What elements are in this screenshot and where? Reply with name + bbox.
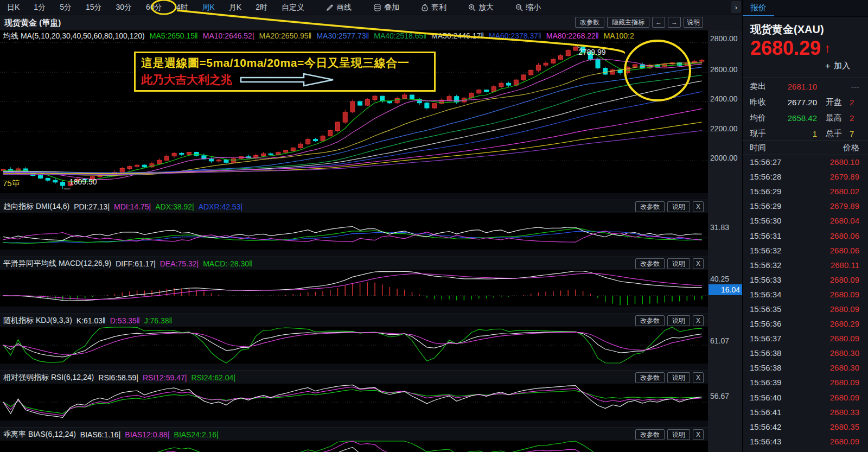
panel-value: K:61.03‖: [76, 316, 106, 325]
panel-button-改参数[interactable]: 改参数: [635, 372, 665, 383]
dmi-axis-value: 31.83: [710, 223, 729, 232]
panel-button-说明[interactable]: 说明: [667, 201, 690, 212]
tape-row: 15:56:422680.35: [742, 419, 868, 434]
tape-row: 15:56:292679.89: [742, 199, 868, 213]
panel-button-说明[interactable]: 说明: [667, 258, 690, 269]
panel-value: BIAS24:2.16|: [174, 430, 219, 439]
last-price: 2680.29 ↑: [743, 37, 868, 59]
tape-row: 15:56:402680.09: [742, 390, 868, 405]
chart-button-隐藏主指标[interactable]: 隐藏主指标: [607, 17, 649, 28]
axis-label: 2200.00: [710, 124, 738, 133]
tape-header-price: 价格: [843, 143, 868, 153]
axis-label: 2000.00: [710, 154, 738, 162]
annotation-box: 這是週線圖=5ma/10ma/20ma=今日又呈現三線合一 此乃大吉大利之兆: [134, 52, 436, 92]
tab-quote[interactable]: 报价: [743, 0, 774, 16]
tool-套利[interactable]: 套利: [414, 1, 454, 15]
arbitrage-icon: [421, 4, 429, 11]
ma-legend-prefix: 均线 MA(5,10,20,30,40,50,60,80,100,120): [3, 31, 145, 40]
timeframe-15分[interactable]: 15分: [79, 1, 109, 15]
panel-value: RSI24:62.04|: [191, 373, 235, 382]
chart-button-说明[interactable]: 说明: [684, 17, 703, 28]
zoom-in-icon: [468, 4, 476, 11]
ma-legend-item: MA30:2577.73‖: [316, 31, 369, 40]
panel-header-3: 相对强弱指标 RSI(6,12,24)RSI6:58.59|RSI12:59.4…: [0, 371, 708, 384]
panel-plot-4[interactable]: [0, 441, 708, 452]
panel-button-改参数[interactable]: 改参数: [635, 258, 665, 269]
ma-legend-item: MA50:2446.17‖: [431, 31, 484, 40]
panel-value: ADXR:42.53|: [199, 202, 242, 211]
panel-button-说明[interactable]: 说明: [667, 315, 690, 326]
tool-画线[interactable]: 画线: [319, 1, 359, 15]
panel-value: DEA:75.32|: [160, 259, 199, 268]
ma-legend-item: MA5:2650.15‖: [150, 31, 198, 40]
panel-title: 平滑异同平均线 MACD(12,26,9): [3, 259, 111, 269]
quote-row-现手: 现手1总手7: [742, 126, 868, 142]
tool-放大[interactable]: 放大: [461, 1, 501, 15]
tape-row: 15:56:322680.11: [742, 258, 868, 272]
panel-button-说明[interactable]: 说明: [667, 372, 690, 383]
ma-legend: 均线 MA(5,10,20,30,40,50,60,80,100,120)MA5…: [0, 30, 711, 41]
panel-button-改参数[interactable]: 改参数: [635, 315, 665, 326]
panel-button-X[interactable]: X: [693, 258, 704, 269]
panel-button-说明[interactable]: 说明: [667, 429, 690, 440]
trading-app: 日K1分5分15分30分60分4时周K月K2时自定义画线叠加套利放大缩小 › 现…: [0, 0, 868, 452]
panel-value: MDI:14.75|: [114, 202, 151, 211]
axis-label: 2800.00: [710, 34, 738, 43]
tool-叠加[interactable]: 叠加: [366, 1, 406, 15]
timeframe-5分[interactable]: 5分: [53, 1, 79, 15]
annotation-line2: 此乃大吉大利之兆: [141, 72, 232, 87]
ma-legend-item: MA40:2518.65‖: [374, 31, 426, 40]
timeframe-周K[interactable]: 周K: [195, 1, 221, 15]
panel-plot-0[interactable]: [0, 213, 708, 250]
timeframe-4时[interactable]: 4时: [169, 1, 195, 15]
zoom-out-icon: [515, 4, 523, 11]
panel-button-改参数[interactable]: 改参数: [635, 201, 665, 212]
panel-button-X[interactable]: X: [693, 372, 704, 383]
chart-button-→[interactable]: →: [668, 17, 681, 28]
timeframe-60分[interactable]: 60分: [139, 1, 169, 15]
time-price-tape[interactable]: 15:56:272680.1015:56:282679.8915:56:2926…: [742, 155, 868, 452]
timeframe-自定义[interactable]: 自定义: [275, 1, 311, 15]
panel-plot-1[interactable]: [0, 270, 708, 307]
quote-row-均价: 均价2658.42最高2: [742, 110, 868, 126]
collapse-arrow-button[interactable]: ›: [731, 1, 741, 13]
tape-row: 15:56:332680.09: [742, 272, 868, 287]
panel-button-X[interactable]: X: [693, 201, 704, 212]
add-to-watchlist-button[interactable]: ＋ 加入: [824, 61, 850, 71]
chart-area: 日K1分5分15分30分60分4时周K月K2时自定义画线叠加套利放大缩小 › 现…: [0, 0, 742, 452]
panel-header-2: 随机指标 KDJ(9,3,3)K:61.03‖D:53.35‖J:76.38‖改…: [0, 314, 708, 327]
panel-value: ADX:38.92|: [155, 202, 194, 211]
tool-缩小[interactable]: 缩小: [508, 1, 548, 15]
panel-plot-3[interactable]: [0, 384, 708, 421]
timeframe-日K[interactable]: 日K: [0, 1, 27, 15]
price-axis: [708, 30, 742, 452]
tape-row: 15:56:322680.06: [742, 243, 868, 258]
last-price-value: 2680.29: [750, 38, 821, 59]
ma-legend-item: MA100:2: [604, 31, 634, 40]
tape-row: 15:56:382680.30: [742, 346, 868, 360]
timeframe-1分[interactable]: 1分: [27, 1, 53, 15]
pencil-icon: [326, 4, 334, 11]
chart-button-←[interactable]: ←: [652, 17, 665, 28]
tape-row: 15:56:392680.09: [742, 375, 868, 390]
panel-button-改参数[interactable]: 改参数: [635, 429, 665, 440]
timeframe-月K[interactable]: 月K: [222, 1, 248, 15]
axis-label: 2600.00: [710, 65, 738, 74]
tape-row: 15:56:432680.09: [742, 434, 868, 449]
panel-value: BIAS6:1.16|: [80, 430, 120, 439]
panel-button-X[interactable]: X: [693, 429, 704, 440]
ma-legend-item: MA20:2650.95‖: [259, 31, 312, 40]
panel-plot-2[interactable]: [0, 327, 708, 364]
panel-value: MACD:-28.30‖: [203, 259, 252, 268]
timeframe-2时[interactable]: 2时: [248, 1, 275, 15]
high-price-label: 2789.99: [578, 48, 606, 56]
macd-cursor-value: 16.04: [709, 284, 742, 295]
panel-button-X[interactable]: X: [693, 315, 704, 326]
panel-value: PDI:27.13|: [74, 202, 110, 211]
up-arrow-icon: ↑: [824, 38, 831, 59]
panel-value: D:53.35‖: [110, 316, 140, 325]
tape-header-time: 时间: [742, 143, 843, 153]
timeframe-30分[interactable]: 30分: [109, 1, 139, 15]
chart-button-改参数[interactable]: 改参数: [575, 17, 604, 28]
tape-row: 15:56:362680.29: [742, 316, 868, 331]
